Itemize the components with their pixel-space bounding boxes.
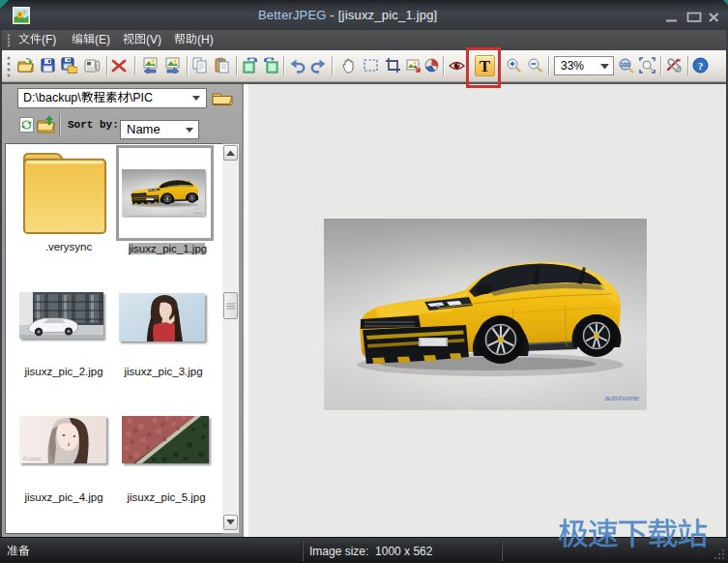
svg-text:100: 100 <box>621 62 629 68</box>
svg-text:?: ? <box>698 60 704 72</box>
